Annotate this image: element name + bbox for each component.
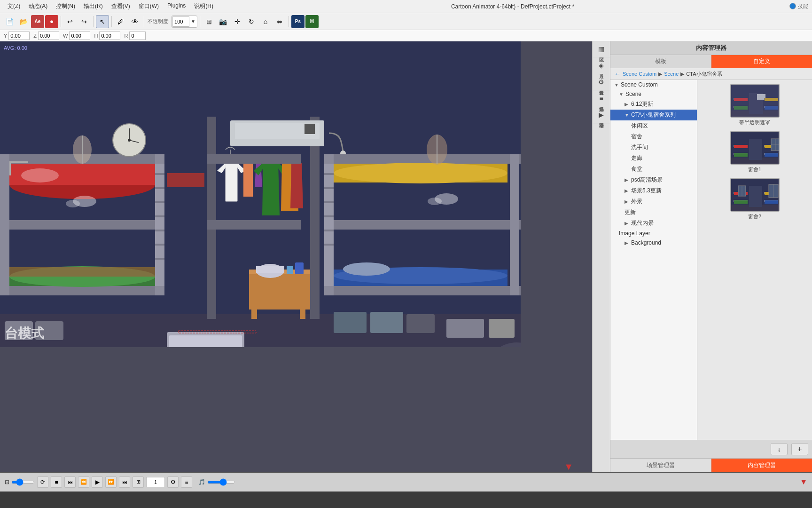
window-title: Cartoon Animator 4-64bit) - DefProject.c… (217, 3, 808, 10)
tab-content-manager[interactable]: 内容管理器 (711, 459, 812, 472)
redo-button[interactable]: ↪ (78, 15, 91, 28)
timeline-collapse-arrow[interactable]: ▼ (800, 478, 807, 486)
lock-btn[interactable]: 技能 (798, 3, 808, 10)
left-slider[interactable] (11, 481, 35, 484)
new-file-button[interactable]: 📄 (3, 15, 16, 28)
fast-forward-button[interactable]: ⏭ (119, 476, 130, 488)
opacity-input[interactable] (172, 16, 189, 27)
audio-slider[interactable] (207, 481, 235, 484)
tree-item-modern[interactable]: ▶ 现代内景 (610, 218, 697, 229)
content-panel: 内容管理器 模板 自定义 ← Scene Custom ▶ Scene ▶ CT… (610, 41, 812, 472)
menu-animation[interactable]: 动态(A) (25, 1, 51, 11)
scene-canvas[interactable]: 台模式 AVG: 0.00 (0, 41, 521, 347)
tree-item-leisure[interactable]: 休闲区 (610, 120, 697, 131)
thumb-label-semitransparent: 带半透明遮罩 (739, 119, 770, 126)
moho-button[interactable]: M (305, 15, 319, 28)
open-file-button[interactable]: 📂 (17, 15, 30, 28)
tree-item-washroom[interactable]: 洗手间 (610, 142, 697, 153)
collapse-arrow[interactable]: ▼ (564, 461, 573, 472)
svg-rect-9 (155, 173, 164, 175)
canvas-area[interactable]: AVG: 0.00 (0, 41, 592, 472)
tree-item-scene53[interactable]: ▶ 场景5.3更新 (610, 185, 697, 196)
tree-item-scene[interactable]: ▼ Scene (610, 89, 697, 99)
tab-scene-manager[interactable]: 场景管理器 (610, 459, 711, 472)
w-input[interactable] (69, 32, 90, 40)
menu-file[interactable]: 文(Z) (4, 1, 24, 11)
z-input[interactable] (38, 32, 59, 40)
tree-item-scene-custom[interactable]: ▼ Scene Custom (610, 80, 697, 89)
breadcrumb-scene-custom[interactable]: Scene Custom (623, 71, 656, 77)
stop-button[interactable]: ■ (51, 476, 62, 488)
tree-item-corridor[interactable]: 走廊 (610, 153, 697, 164)
play-button[interactable]: ▶ (92, 476, 103, 488)
tree-item-cta-small[interactable]: ▼ CTA小鬼宿舍系列 (610, 110, 697, 120)
thumb-img-window1[interactable] (730, 131, 780, 165)
puppet-tool-button[interactable]: ⌂ (259, 15, 272, 28)
add-button[interactable]: + (791, 443, 808, 455)
aftereffects-button[interactable]: Ae (31, 15, 44, 28)
tree-item-outdoor[interactable]: ▶ 外景 (610, 196, 697, 207)
tree-item-dorm[interactable]: 宿舍 (610, 131, 697, 142)
record-button[interactable]: ● (45, 15, 58, 28)
thumb-item-window1[interactable]: 窗舍1 (701, 131, 808, 173)
stage-settings-button[interactable]: ⚙ 舞台设置 (593, 74, 610, 91)
frame-input[interactable] (146, 477, 165, 487)
separator-3 (111, 16, 112, 27)
arrow-ps: ▶ (625, 177, 629, 183)
step-forward-button[interactable]: ⏩ (105, 476, 117, 488)
tree-item-canteen[interactable]: 食堂 (610, 164, 697, 175)
thumb-img-window2[interactable] (730, 178, 780, 212)
tab-custom[interactable]: 自定义 (711, 55, 812, 68)
mirror-tool-button[interactable]: ⇔ (273, 15, 286, 28)
settings-button[interactable]: ⚙ (167, 476, 179, 488)
screen-button[interactable]: ⊞ (133, 476, 144, 488)
download-button[interactable]: ↓ (771, 443, 788, 455)
undo-button[interactable]: ↩ (63, 15, 77, 28)
svg-rect-52 (324, 220, 521, 230)
svg-rect-103 (731, 85, 780, 118)
brush-tool-button[interactable]: 🖊 (114, 15, 127, 28)
coord-z-group: Z (33, 32, 59, 40)
fit-screen-button[interactable]: ⊞ (203, 15, 216, 28)
tree-item-ps-scene[interactable]: ▶ psd高清场景 (610, 175, 697, 185)
rewind-button[interactable]: ⏮ (64, 476, 76, 488)
menu-view[interactable]: 查看(V) (108, 1, 134, 11)
photoshop-button[interactable]: Ps (291, 15, 304, 28)
menu-window[interactable]: 窗口(W) (135, 1, 163, 11)
step-back-button[interactable]: ⏪ (78, 476, 89, 488)
thumb-img-semitransparent[interactable] (730, 84, 780, 118)
tree-item-612update[interactable]: ▶ 6.12更新 (610, 99, 697, 110)
svg-rect-53 (324, 286, 521, 295)
menu-control[interactable]: 控制(N) (52, 1, 79, 11)
menu-plugins[interactable]: Plugins (164, 1, 189, 11)
region-tool-button[interactable]: ▦ 区域 (593, 41, 610, 58)
panel-tabs: 模板 自定义 (610, 55, 812, 68)
breadcrumb-back-button[interactable]: ← (614, 70, 621, 78)
h-input[interactable] (99, 32, 120, 40)
tree-item-image-layer[interactable]: Image Layer (610, 229, 697, 238)
props-tool-button[interactable]: ◈ 道具 (593, 58, 610, 74)
tree-item-background[interactable]: ▶ Background (610, 238, 697, 247)
breadcrumb-scene[interactable]: Scene (664, 71, 679, 77)
menu-help[interactable]: 说明(H) (190, 1, 217, 11)
rotate-tool-button[interactable]: ↻ (245, 15, 258, 28)
r-input[interactable] (129, 32, 146, 40)
y-input[interactable] (8, 32, 30, 40)
thumb-item-semitransparent[interactable]: 带半透明遮罩 (701, 84, 808, 126)
tab-template[interactable]: 模板 (610, 55, 711, 68)
menu-export[interactable]: 输出(R) (80, 1, 107, 11)
svg-rect-33 (310, 117, 320, 319)
scene-select-button[interactable]: ≡ 场景选择 (593, 91, 610, 107)
tree-item-update[interactable]: 更新 (610, 207, 697, 218)
opacity-dropdown[interactable]: ▼ (190, 19, 196, 24)
list-button[interactable]: ≡ (181, 476, 192, 488)
thumb-item-window2[interactable]: 窗舍2 (701, 178, 808, 220)
loop-button[interactable]: ⟳ (37, 476, 48, 488)
pointer-tool-button[interactable]: ↖ (96, 15, 109, 28)
svg-rect-36 (304, 124, 315, 134)
camera-button[interactable]: 📷 (217, 15, 230, 28)
breadcrumb-cta: CTA小鬼宿舍系 (686, 71, 722, 78)
move-tool-button[interactable]: ✛ (231, 15, 244, 28)
eye-tool-button[interactable]: 👁 (128, 15, 141, 28)
anim-manager-button[interactable]: ▶ 活动管理器 (593, 107, 610, 124)
